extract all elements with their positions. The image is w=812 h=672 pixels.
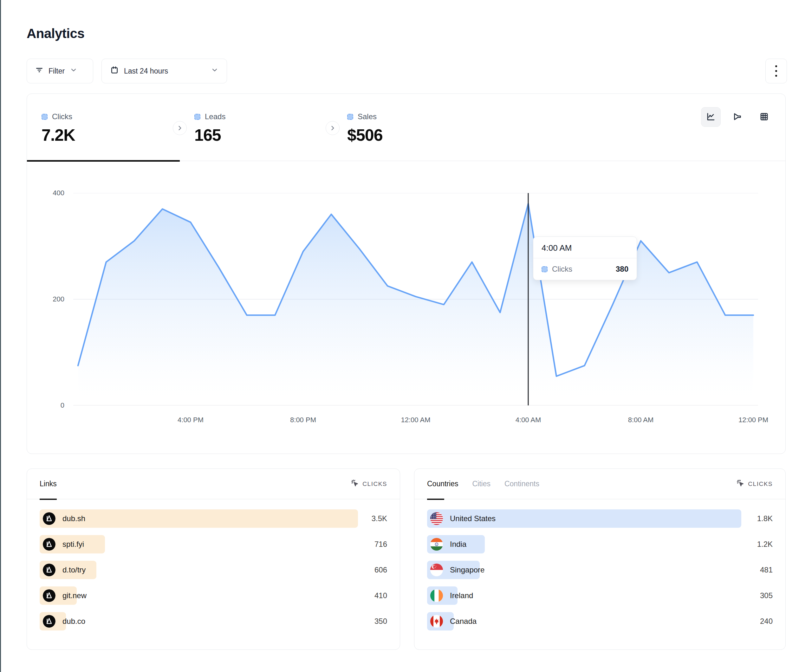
country-label: India xyxy=(450,540,466,549)
link-value: 606 xyxy=(374,566,387,574)
link-row[interactable]: spti.fyi716 xyxy=(39,535,387,553)
dub-logo-icon xyxy=(43,615,55,628)
table-view-button[interactable] xyxy=(754,107,774,127)
country-row[interactable]: India1.2K xyxy=(427,535,773,553)
tooltip-time: 4:00 AM xyxy=(533,237,637,258)
link-value: 410 xyxy=(374,591,387,600)
dub-logo-icon xyxy=(43,538,55,551)
countries-metric-selector[interactable]: CLICKS xyxy=(736,479,773,489)
countries-panel-header: CountriesCitiesContinentsCLICKS xyxy=(415,469,785,499)
stat-tab-clicks[interactable]: Clicks7.2K xyxy=(27,94,180,161)
expand-stat-chevron[interactable] xyxy=(173,121,187,135)
stat-tab-sales[interactable]: Sales$506 xyxy=(333,94,485,161)
links-metric-label: CLICKS xyxy=(362,481,387,488)
stat-tab-label: Sales xyxy=(358,112,377,121)
line-chart-view-button[interactable] xyxy=(701,107,721,127)
ca-flag-icon xyxy=(430,615,443,628)
y-axis-tick: 200 xyxy=(36,295,64,304)
chevron-down-icon xyxy=(70,66,77,76)
more-options-button[interactable] xyxy=(765,59,787,84)
tooltip-value: 380 xyxy=(616,265,628,273)
country-value: 305 xyxy=(760,591,773,600)
date-range-label: Last 24 hours xyxy=(124,67,168,75)
country-value: 481 xyxy=(760,566,773,574)
analytics-chart-card: Clicks7.2KLeads165Sales$506 xyxy=(27,94,786,454)
x-axis-tick: 4:00 AM xyxy=(515,416,541,424)
chart-tooltip: 4:00 AM Clicks 380 xyxy=(533,237,637,280)
tab-links[interactable]: Links xyxy=(39,469,57,499)
link-value: 350 xyxy=(374,617,387,626)
funnel-icon xyxy=(733,112,742,122)
chart-view-toggles xyxy=(701,107,774,127)
link-value: 716 xyxy=(374,540,387,549)
x-axis-tick: 12:00 AM xyxy=(401,416,431,424)
link-value: 3.5K xyxy=(372,514,387,523)
link-bar xyxy=(39,509,358,528)
country-row[interactable]: Canada240 xyxy=(427,612,773,631)
dub-logo-icon xyxy=(43,564,55,576)
link-label: git.new xyxy=(63,591,87,600)
x-axis-tick: 8:00 PM xyxy=(290,416,316,424)
stat-tab-leads[interactable]: Leads165 xyxy=(180,94,333,161)
link-row[interactable]: dub.sh3.5K xyxy=(39,509,387,528)
link-label: dub.sh xyxy=(63,514,85,523)
stats-tabs: Clicks7.2KLeads165Sales$506 xyxy=(27,94,485,161)
countries-metric-label: CLICKS xyxy=(748,481,773,488)
country-row[interactable]: Ireland305 xyxy=(427,587,773,605)
stats-tabs-row: Clicks7.2KLeads165Sales$506 xyxy=(27,94,785,161)
grid-icon xyxy=(759,112,769,122)
tab-cities[interactable]: Cities xyxy=(472,469,491,499)
stat-tab-value: 165 xyxy=(194,126,333,145)
links-panel: Links CLICKS dub.sh3.5Kspti.fyi716d.to/t… xyxy=(27,469,400,650)
funnel-view-button[interactable] xyxy=(728,107,747,127)
link-row[interactable]: dub.co350 xyxy=(39,612,387,631)
cursor-click-icon xyxy=(736,479,745,489)
links-panel-header: Links CLICKS xyxy=(27,469,400,499)
country-row[interactable]: Singapore481 xyxy=(427,561,773,579)
expand-stat-chevron[interactable] xyxy=(326,121,339,135)
chart-canvas xyxy=(73,193,758,406)
x-axis-tick: 8:00 AM xyxy=(628,416,654,424)
calendar-icon xyxy=(110,66,119,77)
x-axis-tick: 4:00 PM xyxy=(177,416,203,424)
country-row[interactable]: United States1.8K xyxy=(427,509,773,528)
filter-button[interactable]: Filter xyxy=(27,59,93,84)
stat-tab-label: Clicks xyxy=(52,112,72,121)
link-row[interactable]: git.new410 xyxy=(39,587,387,605)
sg-flag-icon xyxy=(430,564,443,576)
link-label: spti.fyi xyxy=(63,540,84,549)
tab-continents[interactable]: Continents xyxy=(505,469,539,499)
x-axis-tick: 12:00 PM xyxy=(739,416,768,424)
date-range-button[interactable]: Last 24 hours xyxy=(101,59,227,84)
legend-swatch xyxy=(41,114,48,120)
y-axis-tick: 400 xyxy=(36,189,64,197)
window-left-edge xyxy=(0,0,1,672)
stat-tab-value: 7.2K xyxy=(41,126,180,145)
filter-icon xyxy=(35,66,43,76)
cursor-click-icon xyxy=(350,479,359,489)
ie-flag-icon xyxy=(430,589,443,602)
tab-countries[interactable]: Countries xyxy=(427,469,458,499)
country-label: United States xyxy=(450,514,496,523)
links-metric-selector[interactable]: CLICKS xyxy=(350,479,387,489)
legend-swatch xyxy=(194,114,200,120)
countries-panel: CountriesCitiesContinentsCLICKS United S… xyxy=(414,469,786,650)
analytics-page: Analytics Filter Last 24 hours Click xyxy=(0,0,812,672)
link-label: dub.co xyxy=(63,617,85,626)
legend-swatch xyxy=(347,114,353,120)
link-row[interactable]: d.to/try606 xyxy=(39,561,387,579)
y-axis-tick: 0 xyxy=(36,401,64,409)
chart-area-fill xyxy=(78,204,753,406)
clicks-legend-swatch xyxy=(542,266,548,272)
clicks-area-chart[interactable] xyxy=(73,193,758,406)
country-label: Canada xyxy=(450,617,476,626)
tooltip-series-label: Clicks xyxy=(552,265,572,273)
dub-logo-icon xyxy=(43,512,55,525)
country-value: 1.8K xyxy=(757,514,773,523)
dub-logo-icon xyxy=(43,589,55,602)
countries-list: United States1.8KIndia1.2KSingapore481Ir… xyxy=(427,509,773,631)
stat-tab-label: Leads xyxy=(205,112,225,121)
country-label: Singapore xyxy=(450,566,484,574)
chevron-down-icon xyxy=(211,66,218,76)
country-value: 240 xyxy=(760,617,773,626)
